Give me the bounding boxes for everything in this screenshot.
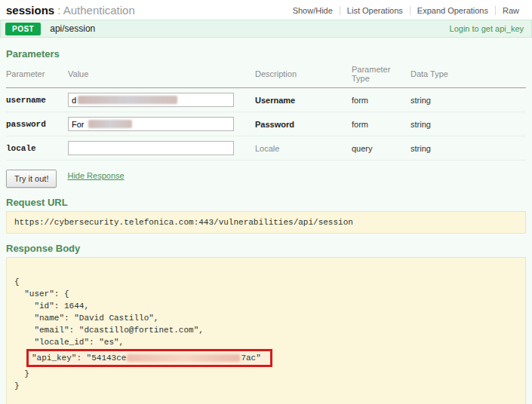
resource-title: sessions: Authentication <box>6 4 135 17</box>
parameters-table: Parameter Value Description Parameter Ty… <box>6 63 526 161</box>
parameters-heading: Parameters <box>6 48 526 60</box>
username-input-wrap <box>68 93 234 107</box>
col-description: Description <box>255 63 352 88</box>
operation-bar[interactable]: POST api/session Login to get api_key <box>0 20 532 38</box>
operation-content: Parameters Parameter Value Description P… <box>0 38 532 404</box>
username-input[interactable] <box>68 93 234 107</box>
param-name-password: password <box>6 120 46 129</box>
param-desc-password: Password <box>255 120 294 129</box>
resource-name-link[interactable]: sessions <box>6 4 54 17</box>
code-line: "locale_id": "es", <box>14 336 518 348</box>
code-line: } <box>14 380 518 392</box>
resource-subtitle: : Authentication <box>57 4 135 17</box>
show-hide-link[interactable]: Show/Hide <box>286 6 340 15</box>
resource-actions: Show/Hide List Operations Expand Operati… <box>286 6 526 15</box>
code-line: "id": 1644, <box>14 300 518 312</box>
password-input-wrap <box>68 117 234 131</box>
response-body-heading: Response Body <box>6 243 526 254</box>
list-operations-link[interactable]: List Operations <box>340 6 410 15</box>
login-api-key-link[interactable]: Login to get api_key <box>450 24 524 33</box>
operation-path[interactable]: api/session <box>50 23 95 34</box>
code-line: "name": "David Castillo", <box>14 312 518 324</box>
col-parameter: Parameter <box>6 63 68 88</box>
col-parameter-type: Parameter Type <box>352 63 411 88</box>
api-key-line: "api_key": "54143ce7ac" <box>14 348 518 368</box>
data-type-password: string <box>411 120 431 129</box>
code-line: { <box>14 276 518 288</box>
expand-operations-link[interactable]: Expand Operations <box>410 6 495 15</box>
password-input[interactable] <box>68 117 234 131</box>
request-url-heading: Request URL <box>6 197 526 208</box>
locale-input[interactable] <box>68 141 234 155</box>
raw-link[interactable]: Raw <box>495 6 526 15</box>
param-type-username: form <box>352 96 368 105</box>
api-key-prefix: "api_key": "54143ce <box>32 354 126 363</box>
param-row-locale: locale Locale query string <box>6 136 526 161</box>
post-method-badge: POST <box>5 23 41 35</box>
col-value: Value <box>68 63 255 88</box>
code-line: } <box>14 368 518 380</box>
code-line: "email": "dcastillo@fortinet.com", <box>14 324 518 336</box>
resource-header: sessions: Authentication Show/Hide List … <box>0 0 532 20</box>
try-it-out-button[interactable]: Try it out! <box>6 170 57 188</box>
param-desc-username: Username <box>255 96 295 105</box>
locale-input-wrap <box>68 141 234 155</box>
param-row-username: username Username form string <box>6 88 526 112</box>
param-name-locale: locale <box>6 144 36 153</box>
swagger-page: sessions: Authentication Show/Hide List … <box>0 0 532 404</box>
data-type-locale: string <box>411 144 431 153</box>
parameters-header-row: Parameter Value Description Parameter Ty… <box>6 63 526 88</box>
api-key-redaction <box>127 354 240 362</box>
hide-response-link[interactable]: Hide Response <box>67 171 124 180</box>
param-type-password: form <box>352 120 368 129</box>
col-data-type: Data Type <box>411 63 526 88</box>
api-key-highlight-box: "api_key": "54143ce7ac" <box>26 349 272 367</box>
try-it-row: Try it out! Hide Response <box>6 170 526 188</box>
api-key-suffix: 7ac" <box>241 354 260 363</box>
param-row-password: password Password form string <box>6 112 526 136</box>
param-type-locale: query <box>352 144 373 153</box>
param-desc-locale: Locale <box>255 144 279 153</box>
request-url-value: https://cybersecurity.telefonica.com:443… <box>14 218 353 227</box>
response-body-block: { "user": { "id": 1644, "name": "David C… <box>6 257 526 404</box>
data-type-username: string <box>411 96 431 105</box>
code-line: "user": { <box>14 288 518 300</box>
param-name-username: username <box>6 96 46 105</box>
request-url-block: https://cybersecurity.telefonica.com:443… <box>6 211 526 234</box>
